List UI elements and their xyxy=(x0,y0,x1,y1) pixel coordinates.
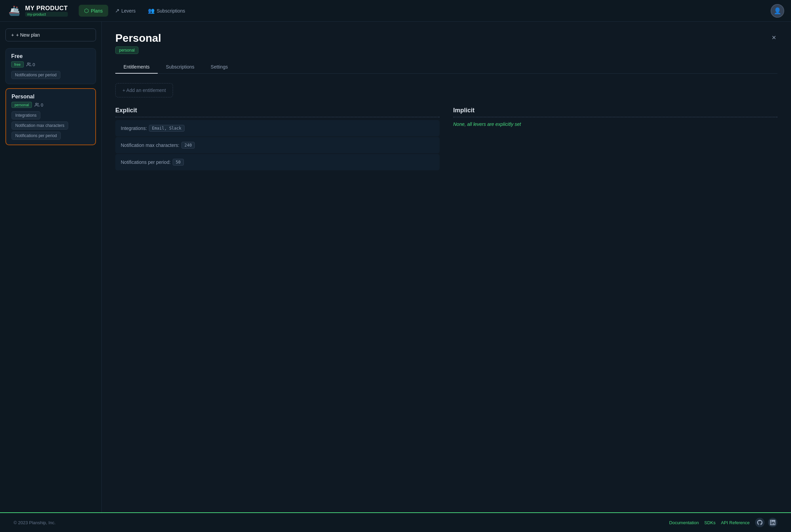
footer-link-api[interactable]: API Reference xyxy=(721,520,750,525)
svg-point-1 xyxy=(36,103,37,105)
explicit-row-max-chars: Notification max characters: 240 xyxy=(115,137,440,153)
plan-card-personal[interactable]: Personal personal 0 Integrations Notific… xyxy=(5,88,96,145)
footer: © 2023 Planship, Inc. Documentation SDKs… xyxy=(0,512,791,532)
new-plan-button[interactable]: + + New plan xyxy=(5,28,96,41)
detail-header: Personal personal × xyxy=(115,32,777,54)
footer-link-sdks[interactable]: SDKs xyxy=(704,520,715,525)
personal-plan-badge: personal xyxy=(12,102,32,108)
plans-icon: ⬡ xyxy=(84,7,89,14)
new-plan-label: + New plan xyxy=(16,32,40,38)
explicit-items: Integrations: Email, Slack Notification … xyxy=(115,120,440,170)
integrations-label: Integrations: xyxy=(121,126,147,131)
nav-tab-subscriptions[interactable]: 👥 Subscriptions xyxy=(142,5,191,17)
personal-plan-user-count: 0 xyxy=(41,102,43,108)
tabs-row: Entitlements Subscriptions Settings xyxy=(115,61,777,74)
free-entitlement-0: Notifications per period xyxy=(11,71,60,79)
logo-text-block: MY PRODUCT my-product xyxy=(25,5,68,17)
users-icon xyxy=(26,62,31,67)
add-entitlement-button[interactable]: + Add an entitlement xyxy=(115,83,173,97)
main-nav: ⬡ Plans ↗ Levers 👥 Subscriptions xyxy=(79,5,191,17)
footer-link-docs[interactable]: Documentation xyxy=(669,520,699,525)
logo-area: 🚢 MY PRODUCT my-product xyxy=(7,3,68,18)
plus-icon: + xyxy=(11,32,14,38)
tab-settings[interactable]: Settings xyxy=(202,61,236,74)
levers-icon: ↗ xyxy=(115,7,119,14)
sidebar: + + New plan Free free 0 Notifications p… xyxy=(0,22,102,512)
users-icon-personal xyxy=(35,102,39,107)
detail-title: Personal xyxy=(115,32,161,44)
max-chars-value: 240 xyxy=(181,142,195,149)
nav-tab-plans-label: Plans xyxy=(91,8,103,14)
nav-tab-subscriptions-label: Subscriptions xyxy=(157,8,185,14)
footer-links: Documentation SDKs API Reference xyxy=(669,518,777,527)
tab-subscriptions[interactable]: Subscriptions xyxy=(158,61,202,74)
personal-plan-name: Personal xyxy=(12,94,90,100)
explicit-row-notifications-period: Notifications per period: 50 xyxy=(115,154,440,170)
header: 🚢 MY PRODUCT my-product ⬡ Plans ↗ Levers… xyxy=(0,0,791,22)
detail-title-block: Personal personal xyxy=(115,32,161,54)
footer-copyright: © 2023 Planship, Inc. xyxy=(14,520,56,525)
subscriptions-icon: 👥 xyxy=(148,7,155,14)
product-slug: my-product xyxy=(25,12,68,17)
linkedin-icon[interactable] xyxy=(768,518,777,527)
notifications-period-label: Notifications per period: xyxy=(121,159,171,165)
tab-entitlements[interactable]: Entitlements xyxy=(115,61,158,74)
github-icon[interactable] xyxy=(755,518,765,527)
svg-point-0 xyxy=(27,63,29,64)
free-plan-badge: free xyxy=(11,61,24,68)
detail-badge: personal xyxy=(115,46,138,54)
personal-plan-meta: personal 0 xyxy=(12,102,90,108)
personal-entitlement-0: Integrations xyxy=(12,111,40,119)
personal-entitlement-1: Notification max characters xyxy=(12,121,68,130)
logo-icon: 🚢 xyxy=(7,3,22,18)
nav-tab-levers-label: Levers xyxy=(121,8,136,14)
plan-card-free[interactable]: Free free 0 Notifications per period xyxy=(5,48,96,84)
notifications-period-value: 50 xyxy=(173,159,184,166)
entitlements-grid: Explicit Integrations: Email, Slack Noti… xyxy=(115,107,777,170)
implicit-section: Implicit None, all levers are explicitly… xyxy=(453,107,777,170)
integrations-value: Email, Slack xyxy=(149,125,185,132)
explicit-section: Explicit Integrations: Email, Slack Noti… xyxy=(115,107,440,170)
close-button[interactable]: × xyxy=(770,32,777,43)
user-avatar[interactable]: 👤 xyxy=(771,4,784,18)
free-plan-entitlements: Notifications per period xyxy=(11,71,90,79)
footer-social-icons xyxy=(755,518,777,527)
free-plan-name: Free xyxy=(11,53,90,59)
implicit-empty-text: None, all levers are explicitly set xyxy=(453,121,777,127)
implicit-title: Implicit xyxy=(453,107,777,117)
explicit-row-integrations: Integrations: Email, Slack xyxy=(115,120,440,136)
personal-entitlement-2: Notifications per period xyxy=(12,132,61,140)
max-chars-label: Notification max characters: xyxy=(121,142,179,148)
free-plan-meta: free 0 xyxy=(11,61,90,68)
free-plan-users: 0 xyxy=(26,62,35,67)
detail-panel: Personal personal × Entitlements Subscri… xyxy=(102,22,791,512)
free-plan-user-count: 0 xyxy=(33,62,35,67)
explicit-title: Explicit xyxy=(115,107,440,117)
personal-plan-entitlements: Integrations Notification max characters… xyxy=(12,111,90,140)
nav-tab-levers[interactable]: ↗ Levers xyxy=(110,5,141,17)
product-name: MY PRODUCT xyxy=(25,5,68,12)
personal-plan-users: 0 xyxy=(35,102,43,108)
nav-tab-plans[interactable]: ⬡ Plans xyxy=(79,5,108,17)
main-content: + + New plan Free free 0 Notifications p… xyxy=(0,22,791,512)
